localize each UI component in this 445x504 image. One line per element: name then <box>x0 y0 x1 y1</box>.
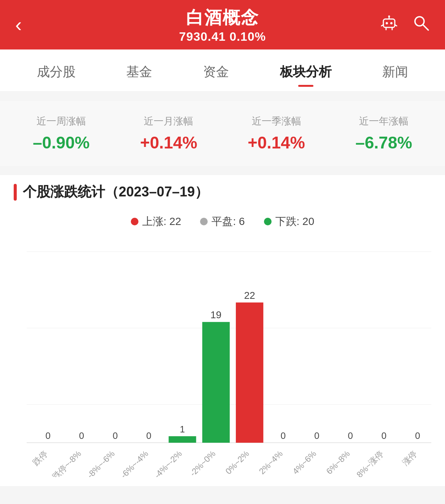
svg-text:6%~8%: 6%~8% <box>324 449 352 476</box>
svg-text:0: 0 <box>415 431 420 441</box>
tab-jijin[interactable]: 基金 <box>119 49 160 91</box>
chart-legend: 上涨: 22 平盘: 6 下跌: 20 <box>0 205 445 233</box>
svg-text:-2%~0%: -2%~0% <box>188 449 217 477</box>
legend-flat: 平盘: 6 <box>200 214 245 229</box>
header: ‹ 白酒概念 7930.41 0.10% <box>0 0 445 49</box>
svg-text:0: 0 <box>46 431 51 441</box>
svg-text:涨停: 涨停 <box>400 449 419 467</box>
tab-xinwen[interactable]: 新闻 <box>375 49 416 91</box>
svg-text:0: 0 <box>79 431 84 441</box>
svg-text:4%~6%: 4%~6% <box>291 449 318 476</box>
search-icon[interactable] <box>412 14 430 36</box>
header-subtitle: 7930.41 0.10% <box>179 30 266 44</box>
tab-bar: 成分股 基金 资金 板块分析 新闻 <box>0 49 445 92</box>
svg-point-2 <box>390 22 393 24</box>
page-title: 白酒概念 <box>179 6 266 30</box>
legend-dot-flat <box>200 218 208 225</box>
legend-dot-down <box>264 218 272 225</box>
tab-zijin[interactable]: 资金 <box>195 49 237 91</box>
svg-text:0: 0 <box>281 431 286 441</box>
tab-chenfen[interactable]: 成分股 <box>29 49 83 91</box>
svg-text:19: 19 <box>210 309 221 321</box>
stat-quarter: 近一季涨幅 +0.14% <box>248 115 305 152</box>
svg-text:22: 22 <box>244 290 255 301</box>
svg-text:2%~4%: 2%~4% <box>257 449 284 476</box>
legend-dot-up <box>131 218 138 225</box>
svg-text:0: 0 <box>314 431 319 441</box>
svg-rect-27 <box>168 436 196 443</box>
svg-point-1 <box>386 22 388 24</box>
chart-container: 30 20 10 0 0 0 0 0 1 19 <box>27 240 431 478</box>
svg-text:1: 1 <box>180 424 185 434</box>
section-title: 个股涨跌统计（2023–07–19） <box>0 175 445 205</box>
title-bar-decoration <box>14 184 17 201</box>
svg-text:-8%~-6%: -8%~-6% <box>85 449 116 477</box>
legend-down: 下跌: 20 <box>264 214 315 229</box>
svg-text:跌停: 跌停 <box>31 449 49 467</box>
stat-year: 近一年涨幅 –6.78% <box>355 115 412 152</box>
svg-point-4 <box>388 15 390 17</box>
stat-week: 近一周涨幅 –0.90% <box>33 115 89 152</box>
svg-line-10 <box>423 25 428 30</box>
robot-icon[interactable] <box>380 13 399 37</box>
svg-rect-31 <box>236 303 263 443</box>
legend-up: 上涨: 22 <box>131 214 181 229</box>
svg-rect-0 <box>383 19 395 27</box>
back-button[interactable]: ‹ <box>15 15 22 35</box>
svg-text:0: 0 <box>381 431 386 441</box>
header-actions <box>380 13 430 37</box>
svg-text:0%~2%: 0%~2% <box>224 449 251 476</box>
svg-text:-6%~-4%: -6%~-4% <box>119 449 150 477</box>
svg-text:0: 0 <box>348 431 353 441</box>
tab-bankuai[interactable]: 板块分析 <box>272 49 339 91</box>
svg-text:跌停~-8%: 跌停~-8% <box>50 449 83 477</box>
svg-text:-4%~-2%: -4%~-2% <box>153 449 184 477</box>
stats-row: 近一周涨幅 –0.90% 近一月涨幅 +0.14% 近一季涨幅 +0.14% 近… <box>0 101 445 166</box>
svg-text:0: 0 <box>146 431 151 441</box>
svg-text:0: 0 <box>113 431 118 441</box>
bar-chart: 30 20 10 0 0 0 0 0 1 19 <box>0 233 445 486</box>
svg-text:8%~涨停: 8%~涨停 <box>355 449 385 477</box>
stat-month: 近一月涨幅 +0.14% <box>140 115 197 152</box>
svg-rect-29 <box>202 322 230 443</box>
header-center: 白酒概念 7930.41 0.10% <box>179 6 266 44</box>
